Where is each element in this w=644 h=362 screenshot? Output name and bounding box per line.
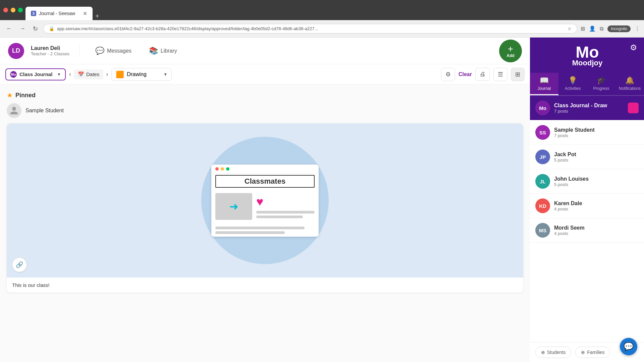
link-button[interactable]: 🔗: [12, 257, 27, 272]
win-dot-green: [226, 167, 229, 171]
student-name-label: Sample Student: [25, 108, 64, 114]
window-close-btn[interactable]: [3, 8, 8, 12]
add-button[interactable]: + Add: [499, 40, 522, 62]
sidebar-student-0[interactable]: SS Sample Student 7 posts: [530, 120, 644, 145]
messages-link[interactable]: 💬 Messages: [90, 44, 137, 58]
grid-view-button[interactable]: ⊞: [511, 68, 525, 81]
folder-selector[interactable]: 🟧 Drawing ▼: [111, 68, 172, 81]
star-url-icon[interactable]: ☆: [568, 26, 572, 31]
student-avatar-0: SS: [535, 125, 550, 140]
new-tab-button[interactable]: +: [95, 12, 99, 20]
sidebar-class-avatar: Mo: [535, 101, 550, 115]
date-label: 📅 Dates: [74, 69, 103, 79]
tab-progress[interactable]: 🎓 Progress: [587, 73, 615, 95]
tab-close-btn[interactable]: ✕: [83, 10, 87, 17]
sidebar-student-2[interactable]: JL John Louises 5 posts: [530, 169, 644, 194]
tab-notifications[interactable]: 🔔 Notifications: [615, 73, 644, 95]
incognito-badge: Incognito: [607, 25, 631, 32]
nav-divider: [79, 44, 80, 58]
url-text: app.seesaw.me/#/class/class.e01bf4c2-9a2…: [57, 26, 318, 31]
student-info-0: Sample Student 7 posts: [554, 127, 639, 138]
class-dot: Mo: [10, 71, 17, 78]
messages-label: Messages: [107, 48, 131, 54]
sidebar-class-info: Class Journal - Draw 7 posts: [554, 103, 624, 114]
notifications-tab-label: Notifications: [619, 86, 641, 91]
student-info-1: Jack Pot 5 posts: [554, 152, 639, 163]
families-button[interactable]: ⊕ Families: [575, 347, 610, 358]
student-info-4: Mordi Seem 4 posts: [554, 225, 639, 236]
url-bar[interactable]: 🔒 app.seesaw.me/#/class/class.e01bf4c2-9…: [43, 24, 577, 34]
tab-activities[interactable]: 💡 Activities: [558, 73, 587, 95]
sidebar-active-class[interactable]: Mo Class Journal - Draw 7 posts: [530, 96, 644, 120]
win-dot-red: [215, 167, 219, 171]
tab-favicon: S: [31, 11, 36, 16]
chat-fab[interactable]: 💬: [620, 338, 637, 355]
right-sidebar: Mo Moodjoy ⚙ 📖 Journal 💡 Activities 🎓 Pr…: [530, 38, 644, 362]
sidebar-student-1[interactable]: JP Jack Pot 5 posts: [530, 145, 644, 169]
print-button[interactable]: 🖨: [475, 68, 490, 81]
filter-button[interactable]: ⚙: [441, 68, 455, 81]
sidebar-class-name: Class Journal - Draw: [554, 103, 624, 109]
student-name-0: Sample Student: [554, 127, 639, 133]
window-min-btn[interactable]: [11, 8, 15, 12]
class-name: Class Journal: [19, 71, 52, 77]
content-area: ★ Pinned Sample Student: [0, 84, 530, 362]
person-icon: [9, 106, 19, 115]
date-next-button[interactable]: ›: [106, 71, 108, 78]
settings-icon[interactable]: ⚙: [630, 43, 637, 52]
browser-tabs: S Journal - Seesaw ✕ +: [25, 0, 99, 20]
url-icons: ☆: [568, 26, 572, 31]
forward-button[interactable]: →: [17, 24, 28, 34]
student-count-4: 4 posts: [554, 231, 639, 236]
window-max-btn[interactable]: [18, 8, 23, 12]
add-families-icon: ⊕: [581, 350, 585, 355]
list-view-button[interactable]: ☰: [493, 68, 507, 81]
activities-tab-label: Activities: [565, 86, 581, 91]
date-prev-button[interactable]: ‹: [69, 71, 71, 78]
sidebar-tabs: 📖 Journal 💡 Activities 🎓 Progress 🔔 Noti…: [530, 73, 644, 96]
tab-journal[interactable]: 📖 Journal: [530, 73, 558, 95]
sidebar-student-4[interactable]: MS Mordi Seem 4 posts: [530, 218, 644, 243]
journal-tab-icon: 📖: [540, 76, 549, 85]
classmates-left: ➜: [215, 193, 252, 220]
class-selector[interactable]: Mo Class Journal ▼: [5, 68, 66, 80]
library-link[interactable]: 📚 Library: [144, 44, 182, 58]
class-chevron-icon: ▼: [57, 72, 61, 77]
menu-icon[interactable]: ⋮: [635, 25, 640, 32]
window-icon[interactable]: ⧉: [600, 26, 603, 32]
library-icon: 📚: [149, 47, 158, 55]
add-label: Add: [506, 54, 514, 58]
student-name-1: Jack Pot: [554, 152, 639, 158]
student-info-3: Karen Dale 4 posts: [554, 200, 639, 212]
app-layout: LD Lauren Deli Teacher - 2 Classes 💬 Mes…: [0, 38, 644, 362]
lock-icon: 🔒: [49, 26, 54, 31]
blue-arrow-icon: ➜: [229, 200, 238, 213]
extensions-icon[interactable]: ⊞: [581, 25, 585, 32]
progress-tab-icon: 🎓: [597, 76, 606, 85]
left-panel: LD Lauren Deli Teacher - 2 Classes 💬 Mes…: [0, 38, 530, 362]
win-dot-yellow: [221, 167, 224, 171]
student-avatar-1: JP: [535, 149, 550, 164]
folder-name: Drawing: [127, 71, 147, 77]
back-button[interactable]: ←: [4, 24, 14, 34]
active-tab[interactable]: S Journal - Seesaw ✕: [25, 7, 93, 20]
activities-tab-icon: 💡: [568, 76, 577, 85]
profile-icon[interactable]: 👤: [589, 25, 596, 32]
calendar-icon: 📅: [78, 71, 84, 77]
gray-line-1: [256, 211, 315, 214]
families-label: Families: [587, 350, 604, 355]
students-button[interactable]: ⊕ Students: [535, 347, 571, 358]
classmates-card: Classmates ➜ ♥: [211, 165, 319, 237]
clear-button[interactable]: Clear: [459, 71, 472, 77]
url-bar-row: ← → ↻ 🔒 app.seesaw.me/#/class/class.e01b…: [0, 20, 644, 38]
student-name-3: Karen Dale: [554, 200, 639, 206]
reload-button[interactable]: ↻: [31, 24, 40, 34]
user-info: Lauren Deli Teacher - 2 Classes: [31, 45, 69, 56]
sidebar-student-3[interactable]: KD Karen Dale 4 posts: [530, 194, 644, 218]
toolbar: Mo Class Journal ▼ ‹ 📅 Dates › 🟧 Drawing…: [0, 64, 530, 84]
library-label: Library: [161, 48, 177, 54]
student-name-2: John Louises: [554, 176, 639, 182]
student-avatar-2: JL: [535, 174, 550, 189]
student-count-1: 5 posts: [554, 158, 639, 163]
add-students-icon: ⊕: [541, 350, 545, 355]
